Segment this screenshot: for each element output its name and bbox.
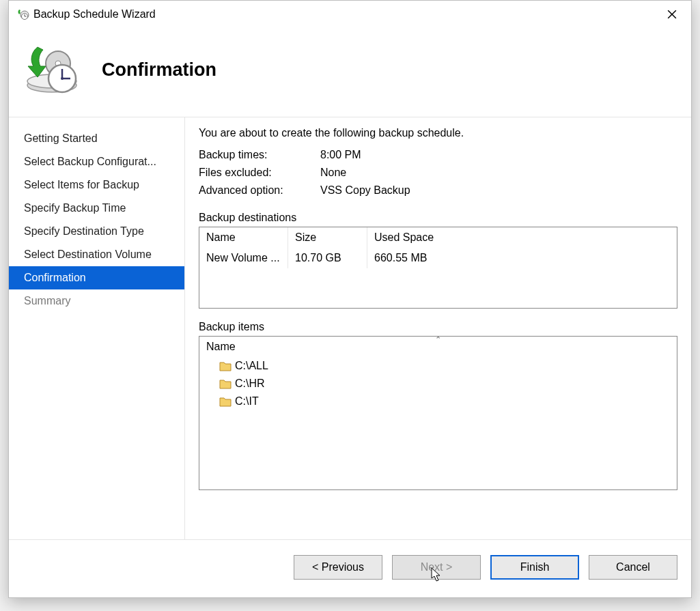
folder-icon xyxy=(219,377,232,390)
previous-button[interactable]: < Previous xyxy=(294,555,382,580)
col-size[interactable]: Size xyxy=(288,227,367,248)
files-excluded-row: Files excluded: None xyxy=(199,167,677,179)
destination-name: New Volume ... xyxy=(199,248,288,268)
step-getting-started[interactable]: Getting Started xyxy=(9,127,184,150)
step-select-backup-configuration[interactable]: Select Backup Configurat... xyxy=(9,150,184,173)
step-select-items-for-backup[interactable]: Select Items for Backup xyxy=(9,173,184,197)
footer: < Previous Next > Finish Cancel xyxy=(9,539,691,597)
svg-point-13 xyxy=(61,77,64,80)
titlebar: Backup Schedule Wizard xyxy=(9,1,691,28)
files-excluded-value: None xyxy=(320,167,346,179)
items-col-name[interactable]: ⌃ Name xyxy=(199,337,677,357)
backup-item-path: C:\ALL xyxy=(235,360,268,372)
backup-item[interactable]: C:\HR xyxy=(199,375,677,393)
advanced-option-label: Advanced option: xyxy=(199,184,320,197)
next-button: Next > xyxy=(392,555,481,580)
backup-items-label: Backup items xyxy=(199,321,677,333)
sort-ascending-icon: ⌃ xyxy=(435,337,441,344)
step-select-destination-volume[interactable]: Select Destination Volume xyxy=(9,243,184,266)
close-button[interactable] xyxy=(657,5,687,24)
step-specify-backup-time[interactable]: Specify Backup Time xyxy=(9,197,184,220)
destinations-list[interactable]: Name Size Used Space New Volume ... 10.7… xyxy=(199,227,677,309)
destination-row[interactable]: New Volume ... 10.70 GB 660.55 MB xyxy=(199,248,677,268)
sidebar: Getting Started Select Backup Configurat… xyxy=(9,117,185,539)
finish-button[interactable]: Finish xyxy=(490,555,579,580)
destinations-label: Backup destinations xyxy=(199,212,677,224)
wizard-title-icon xyxy=(16,8,29,21)
backup-item-path: C:\IT xyxy=(235,395,259,408)
backup-times-label: Backup times: xyxy=(199,149,320,161)
advanced-option-row: Advanced option: VSS Copy Backup xyxy=(199,184,677,197)
backup-times-value: 8:00 PM xyxy=(320,149,361,161)
folder-icon xyxy=(219,359,232,373)
files-excluded-label: Files excluded: xyxy=(199,167,320,179)
destination-used: 660.55 MB xyxy=(367,248,677,268)
destination-size: 10.70 GB xyxy=(288,248,367,268)
advanced-option-value: VSS Copy Backup xyxy=(320,184,410,197)
backup-item[interactable]: C:\ALL xyxy=(199,357,677,375)
page-title: Confirmation xyxy=(102,59,216,81)
intro-text: You are about to create the following ba… xyxy=(199,127,677,139)
backup-items-list[interactable]: ⌃ Name C:\ALL C:\HR xyxy=(199,336,677,490)
window-title: Backup Schedule Wizard xyxy=(33,8,156,20)
cancel-button[interactable]: Cancel xyxy=(589,555,677,580)
content: You are about to create the following ba… xyxy=(185,117,691,539)
step-confirmation[interactable]: Confirmation xyxy=(9,266,184,289)
backup-times-row: Backup times: 8:00 PM xyxy=(199,149,677,161)
wizard-window: Backup Schedule Wizard Confirmation xyxy=(8,0,692,598)
step-summary: Summary xyxy=(9,289,184,313)
col-name[interactable]: Name xyxy=(199,227,288,248)
items-header: ⌃ Name xyxy=(199,337,677,357)
destinations-header: Name Size Used Space xyxy=(199,227,677,248)
backup-item[interactable]: C:\IT xyxy=(199,393,677,410)
folder-icon xyxy=(219,395,232,408)
wizard-header-icon xyxy=(23,43,81,96)
step-specify-destination-type[interactable]: Specify Destination Type xyxy=(9,220,184,243)
col-used-space[interactable]: Used Space xyxy=(367,227,677,248)
backup-item-path: C:\HR xyxy=(235,378,265,390)
header: Confirmation xyxy=(9,28,691,117)
